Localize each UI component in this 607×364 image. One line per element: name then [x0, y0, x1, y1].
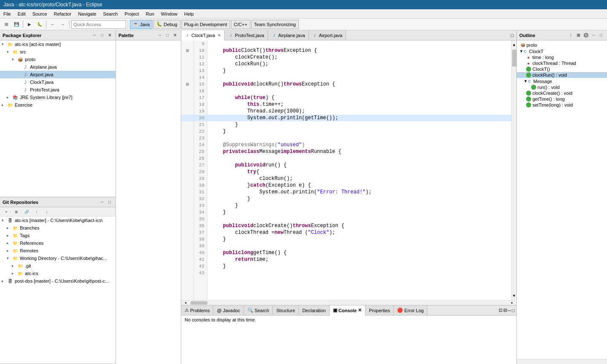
tab-errorlog[interactable]: 🔴 Error Log: [394, 305, 427, 315]
tree-proto[interactable]: ▾ 📦 proto: [0, 56, 115, 63]
console-close-btn[interactable]: ✕: [358, 308, 362, 313]
tree-clockt[interactable]: J ClockT.java: [0, 78, 115, 86]
outline-clockrun[interactable]: clockRun() : void: [517, 72, 607, 78]
menu-help[interactable]: Help: [181, 11, 197, 17]
tab-structure[interactable]: Structure: [273, 305, 299, 315]
tree-jre[interactable]: ▸ 📚 JRE System Library [jre7]: [0, 94, 115, 101]
save-btn[interactable]: 💾: [12, 20, 21, 29]
maximize-outline-btn[interactable]: □: [598, 32, 604, 39]
git-dotgit[interactable]: ▸ 📁 .git: [0, 262, 115, 270]
debug-btn[interactable]: 🐛: [35, 20, 44, 29]
menu-project[interactable]: Project: [121, 11, 142, 17]
maximize-palette-btn[interactable]: □: [164, 32, 171, 39]
outline-time[interactable]: ■ time : long: [517, 54, 607, 60]
tab-search[interactable]: 🔍 Search: [244, 305, 273, 315]
git-btn4[interactable]: ↑: [32, 207, 41, 217]
git-atc-ics[interactable]: ▾ 🗄 atc-ics [master] - C:\Users\Kobe\git…: [0, 217, 115, 224]
console-max-btn[interactable]: □: [512, 308, 515, 313]
perspective-java[interactable]: ☕ Java: [130, 20, 153, 29]
tree-exercise[interactable]: ▸ 📁 Exercise: [0, 101, 115, 109]
tab-prototest[interactable]: J ProtoTest.java: [225, 30, 268, 40]
tab-airplane[interactable]: J Airplane.java: [268, 30, 309, 40]
run-btn[interactable]: ▶: [25, 20, 34, 29]
git-btn3[interactable]: 🔗: [22, 207, 31, 217]
maximize-git-btn[interactable]: □: [106, 199, 113, 206]
quick-access-input[interactable]: [71, 20, 126, 29]
close-pkg-btn[interactable]: ✕: [106, 32, 113, 39]
git-btn2[interactable]: ⊕: [12, 207, 21, 217]
scroll-down-btn[interactable]: ▼: [512, 292, 516, 300]
outline-clockcreate[interactable]: clockCreate() : void: [517, 90, 607, 96]
perspective-plugin[interactable]: Plug-in Development: [181, 20, 230, 29]
editor-max-btn[interactable]: □: [508, 30, 516, 40]
menu-edit[interactable]: Edit: [14, 11, 29, 17]
menu-refactor[interactable]: Refactor: [51, 11, 75, 17]
sep3: [69, 21, 70, 28]
menu-search[interactable]: Search: [100, 11, 121, 17]
minimize-outline-btn[interactable]: ─: [590, 32, 597, 39]
tab-properties[interactable]: Properties: [365, 305, 394, 315]
code-editor[interactable]: ⊞ ⊞ 9 10 11 12: [181, 40, 516, 300]
console-btn1[interactable]: ⊡: [499, 308, 502, 313]
tree-airplane[interactable]: J Airplane.java: [0, 63, 115, 71]
tab-airport[interactable]: J Airport.java: [309, 30, 346, 40]
outline-clockt[interactable]: ▾ C ClockT: [517, 48, 607, 54]
perspective-cpp[interactable]: C/C++: [231, 20, 250, 29]
git-branches[interactable]: ▸ 📁 Branches: [0, 224, 115, 232]
scrollbar-thumb[interactable]: [512, 50, 516, 67]
code-content[interactable]: public ClockT() throws Exception { clock…: [207, 40, 511, 300]
git-tags[interactable]: ▸ 📁 Tags: [0, 232, 115, 239]
outline-run[interactable]: run() : void: [517, 84, 607, 90]
git-btn5[interactable]: ↓: [42, 207, 51, 217]
tab-declaration[interactable]: Declaration: [299, 305, 330, 315]
hscroll-thumb[interactable]: [191, 301, 207, 305]
menu-run[interactable]: Run: [142, 11, 158, 17]
hscroll-right[interactable]: ▸: [508, 300, 516, 305]
outline-proto[interactable]: 📦 proto: [517, 42, 607, 48]
outline-clockthread[interactable]: ■ clockThread : Thread: [517, 60, 607, 66]
perspective-team[interactable]: Team Synchronizing: [251, 20, 299, 29]
menu-file[interactable]: File: [0, 11, 14, 17]
back-btn[interactable]: ←: [48, 20, 57, 29]
outline-settime[interactable]: setTime(long) : void: [517, 102, 607, 108]
tab-console[interactable]: ▣ Console ✕: [330, 305, 365, 316]
git-working-dir[interactable]: ▾ 📁 Working Directory - C:\Users\Kobe\gi…: [0, 254, 115, 262]
perspective-debug[interactable]: 🐛 Debug: [153, 20, 180, 29]
code-hscrollbar[interactable]: ◂ ▸: [181, 300, 516, 305]
console-min-btn[interactable]: ─: [508, 308, 511, 313]
minimize-git-btn[interactable]: ─: [99, 199, 105, 206]
tree-atc-ics[interactable]: ▾ 📁 atc-ics [act-ics master]: [0, 40, 115, 48]
git-references[interactable]: ▸ 📁 References: [0, 239, 115, 247]
hscroll-left[interactable]: ◂: [181, 300, 190, 305]
outline-toolbar1[interactable]: ↕: [567, 32, 574, 39]
menu-source[interactable]: Source: [29, 11, 51, 17]
outline-toolbar3[interactable]: 🔘: [583, 32, 589, 39]
maximize-pkg-btn[interactable]: □: [99, 32, 105, 39]
minimize-palette-btn[interactable]: ─: [156, 32, 163, 39]
git-atc-ics-dir[interactable]: ▸ 📁 atc-ics: [0, 270, 115, 277]
close-palette-btn[interactable]: ✕: [172, 32, 178, 39]
console-btn2[interactable]: ⊟: [503, 308, 507, 313]
package-explorer-icons: ─ □ ✕: [91, 32, 113, 39]
tab-problems[interactable]: ⚠ Problems: [181, 305, 213, 315]
git-remotes[interactable]: ▸ 📁 Remotes: [0, 247, 115, 254]
new-btn[interactable]: ⊞: [2, 20, 11, 29]
tab-clockt[interactable]: J ClockT.java ✕: [181, 30, 225, 40]
outline-message[interactable]: ▾ C Message: [517, 78, 607, 84]
outline-toolbar2[interactable]: ⊞: [575, 32, 582, 39]
tab-javadoc[interactable]: @ Javadoc: [213, 305, 244, 315]
outline-gettime[interactable]: getTime() : long: [517, 96, 607, 102]
minimize-pkg-btn[interactable]: ─: [91, 32, 98, 39]
menu-window[interactable]: Window: [158, 11, 181, 17]
editor-scrollbar[interactable]: ▲ ▼: [511, 40, 516, 300]
clockt-close-btn[interactable]: ✕: [218, 33, 221, 37]
git-btn1[interactable]: +: [2, 207, 11, 217]
menu-navigate[interactable]: Navigate: [75, 11, 99, 17]
tree-prototest[interactable]: J ProtoTest.java: [0, 86, 115, 94]
git-post-dos[interactable]: ▸ 🗄 post-dos [master] - C:\Users\Kobe\gi…: [0, 277, 115, 285]
scroll-up-btn[interactable]: ▲: [512, 40, 516, 49]
outline-constructor[interactable]: ClockT(): [517, 66, 607, 72]
fwd-btn[interactable]: →: [58, 20, 67, 29]
tree-src[interactable]: ▾ 📁 src: [0, 48, 115, 56]
tree-airport[interactable]: J Airport.java: [0, 71, 115, 78]
